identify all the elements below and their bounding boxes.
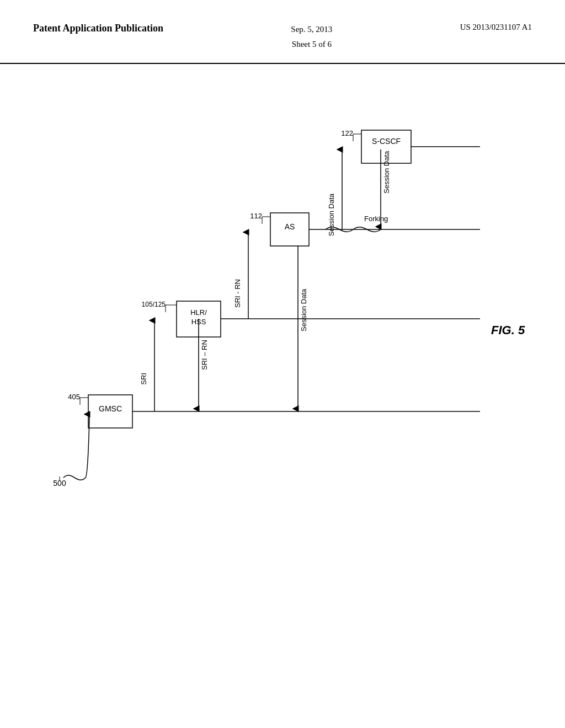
hlr-label1: HLR/: [190, 308, 207, 317]
label-session-data-down2: Session Data: [300, 288, 308, 331]
publication-title: Patent Application Publication: [33, 22, 163, 35]
label-sri-rn-up: SRI - RN: [233, 279, 242, 308]
hlr-ref: 105/125: [142, 301, 166, 308]
diagram-area: S-CSCF 122 AS 112 HLR/ HSS 105/125 GMSC …: [0, 64, 565, 726]
scscf-label: S-CSCF: [372, 137, 401, 146]
sequence-diagram: S-CSCF 122 AS 112 HLR/ HSS 105/125 GMSC …: [0, 64, 565, 726]
header-date-sheet: Sep. 5, 2013 Sheet 5 of 6: [291, 22, 332, 52]
label-sri-rn-down: SRI – RN: [200, 340, 209, 370]
label-session-data-up: Session Data: [327, 193, 335, 236]
gmsc-label: GMSC: [99, 404, 122, 413]
label-forking: Forking: [364, 215, 388, 223]
sheet-info: Sheet 5 of 6: [292, 40, 332, 49]
page-header: Patent Application Publication Sep. 5, 2…: [0, 0, 565, 64]
publication-date: Sep. 5, 2013: [291, 25, 332, 34]
label-sri: SRI: [140, 373, 148, 385]
figure-label: FIG. 5: [491, 323, 525, 337]
as-label: AS: [285, 222, 295, 231]
scscf-ref: 122: [341, 129, 353, 137]
patent-number: US 2013/0231107 A1: [460, 22, 532, 33]
label-session-data-down1: Session Data: [382, 151, 391, 194]
gmsc-ref: 405: [68, 393, 80, 401]
arrow-500: [63, 414, 89, 480]
as-ref: 112: [250, 212, 262, 220]
